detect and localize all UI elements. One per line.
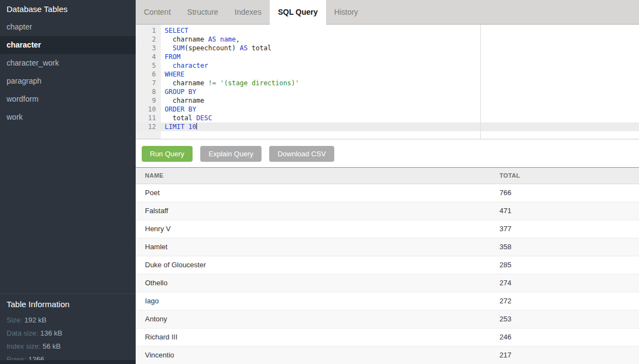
code-text: SELECT xyxy=(161,26,639,35)
line-number: 8 xyxy=(136,87,161,96)
line-number: 11 xyxy=(136,114,161,122)
sidebar-item-table[interactable]: work xyxy=(0,108,136,126)
tab[interactable]: Structure xyxy=(179,0,226,25)
table-row[interactable]: Poet 766 xyxy=(136,184,639,202)
table-row[interactable]: Antony 253 xyxy=(136,310,639,328)
line-number: 4 xyxy=(136,52,161,61)
code-text: FROM xyxy=(161,52,639,61)
tab[interactable]: Content xyxy=(136,0,179,25)
code-line: 11 total DESC xyxy=(136,114,639,122)
cell-name: Henry V xyxy=(136,220,499,238)
code-line: 2 charname AS name, xyxy=(136,35,639,44)
cell-name: Iago xyxy=(136,292,499,310)
table-information-title: Table Information xyxy=(7,299,129,310)
column-header-total[interactable]: TOTAL xyxy=(499,168,639,184)
cell-total: 217 xyxy=(499,347,639,364)
table-information-panel: Table Information Size: 192 kB Data size… xyxy=(0,293,136,364)
sidebar-item-table[interactable]: paragraph xyxy=(0,72,136,90)
code-text: GROUP BY xyxy=(161,87,639,96)
sidebar-footer-bar xyxy=(0,360,136,364)
code-text: ORDER BY xyxy=(161,105,639,114)
sidebar: Database Tables chaptercharactercharacte… xyxy=(0,0,136,364)
line-number: 6 xyxy=(136,70,161,79)
line-number: 2 xyxy=(136,35,161,44)
code-line: 9 charname xyxy=(136,96,639,105)
line-number: 1 xyxy=(136,26,161,35)
cell-total: 285 xyxy=(499,256,639,274)
results-table: NAME TOTAL Poet 766 Falstaff 471 Henry V… xyxy=(136,167,639,364)
info-label: Index size: xyxy=(7,342,40,350)
table-list: chaptercharactercharacter_workparagraphw… xyxy=(0,18,136,126)
line-number: 3 xyxy=(136,44,161,52)
cell-total: 766 xyxy=(499,184,639,202)
tab-bar: ContentStructureIndexesSQL QueryHistory xyxy=(136,0,639,25)
explain-query-button[interactable]: Explain Query xyxy=(200,146,262,162)
table-row[interactable]: Duke of Gloucester 285 xyxy=(136,256,639,274)
cell-name: Duke of Gloucester xyxy=(136,256,499,274)
table-row[interactable]: Othello 274 xyxy=(136,274,639,292)
cell-total: 358 xyxy=(499,238,639,256)
line-number: 5 xyxy=(136,61,161,70)
results-body: Poet 766 Falstaff 471 Henry V 377 Hamlet… xyxy=(136,184,639,364)
line-number: 12 xyxy=(136,122,161,131)
code-line: 7 charname != '(stage directions)' xyxy=(136,79,639,87)
tab[interactable]: SQL Query xyxy=(270,0,326,25)
sql-code-lines: 1SELECT2 charname AS name,3 SUM(speechco… xyxy=(136,25,639,139)
cell-total: 274 xyxy=(499,274,639,292)
cell-name: Vincentio xyxy=(136,347,499,364)
sidebar-item-table[interactable]: character_work xyxy=(0,54,136,72)
info-label: Data size: xyxy=(7,329,38,337)
tab[interactable]: History xyxy=(326,0,367,25)
sql-editor[interactable]: 1SELECT2 charname AS name,3 SUM(speechco… xyxy=(136,25,639,139)
info-value: 56 kB xyxy=(43,342,61,350)
code-text: charname != '(stage directions)' xyxy=(161,79,639,87)
cell-name: Poet xyxy=(136,184,499,202)
table-info-row: Index size: 56 kB xyxy=(7,340,129,353)
app-window: Database Tables chaptercharactercharacte… xyxy=(0,0,639,364)
run-query-button[interactable]: Run Query xyxy=(142,146,193,162)
code-text: total DESC xyxy=(161,114,639,122)
download-csv-button[interactable]: Download CSV xyxy=(269,146,334,162)
table-info-row: Data size: 136 kB xyxy=(7,327,129,340)
results-header-row: NAME TOTAL xyxy=(136,168,639,184)
sidebar-title: Database Tables xyxy=(0,0,136,18)
code-line: 4FROM xyxy=(136,52,639,61)
cell-name: Hamlet xyxy=(136,238,499,256)
cell-name: Falstaff xyxy=(136,202,499,220)
code-text: character xyxy=(161,61,639,70)
cell-total: 471 xyxy=(499,202,639,220)
table-row[interactable]: Henry V 377 xyxy=(136,220,639,238)
code-text: charname xyxy=(161,96,639,105)
code-line: 1SELECT xyxy=(136,26,639,35)
query-actions: Run Query Explain Query Download CSV xyxy=(136,139,639,167)
sidebar-item-table[interactable]: chapter xyxy=(0,18,136,36)
code-line: 8GROUP BY xyxy=(136,87,639,96)
code-line: 12LIMIT 10 xyxy=(136,122,639,131)
text-cursor xyxy=(196,123,197,130)
table-info-row: Size: 192 kB xyxy=(7,314,129,327)
code-text: LIMIT 10 xyxy=(161,122,639,131)
table-row[interactable]: Hamlet 358 xyxy=(136,238,639,256)
tab[interactable]: Indexes xyxy=(226,0,270,25)
cell-name: Othello xyxy=(136,274,499,292)
info-label: Size: xyxy=(7,316,22,324)
cell-name: Richard III xyxy=(136,328,499,346)
column-header-name[interactable]: NAME xyxy=(136,168,499,184)
editor-pane-divider[interactable] xyxy=(480,25,481,139)
code-text: SUM(speechcount) AS total xyxy=(161,44,639,52)
code-line: 5 character xyxy=(136,61,639,70)
code-line: 10ORDER BY xyxy=(136,105,639,114)
info-value: 136 kB xyxy=(40,329,62,337)
sidebar-item-table[interactable]: character xyxy=(0,36,136,54)
cell-name: Antony xyxy=(136,310,499,328)
line-number: 10 xyxy=(136,105,161,114)
sidebar-item-table[interactable]: wordform xyxy=(0,90,136,108)
info-value: 192 kB xyxy=(25,316,47,324)
main-panel: ContentStructureIndexesSQL QueryHistory … xyxy=(136,0,639,364)
table-row[interactable]: Falstaff 471 xyxy=(136,202,639,220)
line-number: 7 xyxy=(136,79,161,87)
table-row[interactable]: Vincentio 217 xyxy=(136,347,639,364)
line-number: 9 xyxy=(136,96,161,105)
table-row[interactable]: Richard III 246 xyxy=(136,328,639,347)
table-row[interactable]: Iago 272 xyxy=(136,292,639,310)
